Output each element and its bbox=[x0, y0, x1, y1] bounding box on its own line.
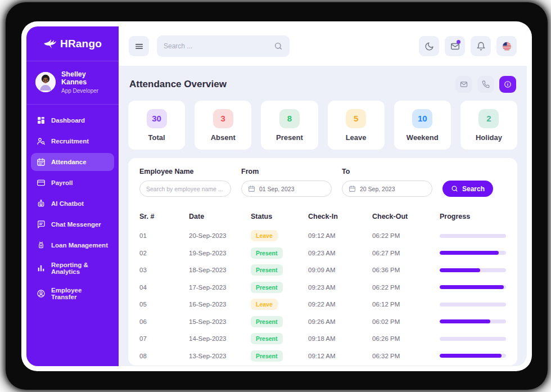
menu-icon bbox=[134, 42, 144, 51]
mail-icon bbox=[460, 80, 468, 88]
status-badge: Present bbox=[251, 333, 283, 344]
payroll-icon bbox=[37, 178, 46, 187]
column-header: Sr. # bbox=[139, 213, 189, 220]
from-date-value[interactable] bbox=[259, 186, 325, 192]
filter-search-button[interactable]: Search bbox=[442, 181, 493, 197]
info-icon bbox=[504, 80, 512, 88]
stat-value: 3 bbox=[213, 109, 233, 128]
status-badge: Present bbox=[251, 350, 283, 362]
stat-value: 2 bbox=[478, 109, 499, 128]
sidebar-item-employee-transfer[interactable]: Employee Transfer bbox=[31, 282, 114, 305]
dashboard-icon bbox=[37, 116, 46, 125]
column-header: Check-Out bbox=[372, 213, 440, 220]
status-badge: Leave bbox=[251, 230, 278, 241]
serial-number: 01 bbox=[139, 232, 189, 239]
table-row: 0219-Sep-2023Present09:23 AM06:27 PM bbox=[139, 245, 506, 262]
from-date-input[interactable] bbox=[241, 181, 332, 197]
progress-fill bbox=[440, 285, 504, 289]
progress-bar bbox=[440, 319, 506, 323]
stat-card-present: 8Present bbox=[261, 101, 318, 150]
column-header: Check-In bbox=[308, 213, 372, 220]
table-header-row: Sr. #DateStatusCheck-InCheck-OutProgress bbox=[139, 209, 506, 224]
serial-number: 07 bbox=[139, 335, 189, 342]
wing-icon bbox=[43, 38, 58, 49]
column-header: Progress bbox=[440, 213, 506, 220]
progress-bar bbox=[440, 354, 506, 358]
date-cell: 17-Sep-2023 bbox=[189, 284, 251, 291]
stat-card-absent: 3Absent bbox=[195, 101, 251, 150]
to-date-value[interactable] bbox=[360, 186, 426, 192]
sidebar-item-label: Attendance bbox=[51, 159, 87, 165]
messages-button[interactable] bbox=[445, 36, 465, 56]
sidebar-item-dashboard[interactable]: Dashboard bbox=[31, 111, 114, 129]
column-header: Date bbox=[189, 213, 251, 220]
stat-card-holiday: 2Holiday bbox=[460, 101, 517, 150]
us-flag-icon bbox=[502, 42, 512, 51]
from-date-field: From bbox=[241, 168, 332, 197]
progress-cell bbox=[440, 234, 506, 238]
attendance-table: Sr. #DateStatusCheck-InCheck-OutProgress… bbox=[139, 209, 506, 364]
search-icon bbox=[451, 185, 458, 192]
progress-cell bbox=[440, 337, 506, 341]
global-search bbox=[157, 35, 290, 57]
sidebar-item-label: Chat Messenger bbox=[51, 221, 101, 228]
progress-cell bbox=[440, 354, 506, 358]
date-cell: 13-Sep-2023 bbox=[189, 353, 251, 359]
progress-bar bbox=[440, 234, 506, 238]
avatar bbox=[35, 72, 56, 92]
topbar bbox=[119, 26, 527, 66]
user-profile[interactable]: Shelley Kannes App Developer bbox=[26, 61, 119, 105]
sidebar-item-attendance[interactable]: Attendance bbox=[31, 153, 114, 171]
user-name: Shelley Kannes bbox=[61, 70, 111, 86]
sidebar-nav: DashboardRecruitmentAttendancePayrollAI … bbox=[26, 105, 119, 312]
sidebar-item-chat-messenger[interactable]: Chat Messenger bbox=[31, 215, 114, 233]
call-action-button[interactable] bbox=[477, 76, 494, 93]
table-row: 0615-Sep-2023Present09:26 AM06:02 PM bbox=[139, 313, 506, 331]
screenshot-stage: HRango Shelley Kanne bbox=[0, 0, 551, 392]
status-badge: Present bbox=[251, 282, 283, 293]
info-button[interactable] bbox=[499, 76, 516, 93]
search-input[interactable] bbox=[164, 42, 269, 50]
status-badge: Present bbox=[251, 316, 283, 327]
table-row: 0813-Sep-2023Present09:12 AM06:32 PM bbox=[139, 348, 506, 365]
sidebar-item-ai-chatbot[interactable]: AI Chatbot bbox=[31, 195, 114, 213]
app-window: HRango Shelley Kanne bbox=[21, 21, 532, 371]
progress-cell bbox=[440, 319, 506, 323]
check-in-cell: 09:12 AM bbox=[308, 232, 372, 239]
stat-card-total: 30Total bbox=[128, 101, 185, 150]
table-row: 0120-Sep-2023Leave09:12 AM06:22 PM bbox=[139, 227, 506, 245]
status-cell: Present bbox=[251, 264, 308, 276]
notification-dot bbox=[457, 40, 460, 44]
date-cell: 15-Sep-2023 bbox=[189, 318, 251, 325]
stat-label: Total bbox=[148, 133, 165, 142]
stat-value: 8 bbox=[279, 109, 300, 128]
sidebar-item-label: Recruitment bbox=[51, 138, 89, 145]
language-button[interactable] bbox=[496, 36, 517, 56]
notifications-button[interactable] bbox=[471, 36, 491, 56]
check-in-cell: 09:23 AM bbox=[308, 284, 372, 291]
stat-value: 5 bbox=[346, 109, 366, 128]
progress-cell bbox=[440, 285, 506, 289]
sidebar-item-reporting-analytics[interactable]: Reporting & Analytics bbox=[31, 257, 114, 280]
dark-mode-button[interactable] bbox=[419, 36, 439, 56]
status-cell: Leave bbox=[251, 230, 308, 241]
sidebar-item-label: Reporting & Analytics bbox=[51, 262, 109, 275]
stat-label: Present bbox=[276, 133, 303, 142]
email-action-button[interactable] bbox=[455, 76, 472, 93]
sidebar-item-loan-management[interactable]: Loan Management bbox=[31, 236, 114, 254]
to-date-input[interactable] bbox=[342, 181, 432, 197]
check-out-cell: 06:22 PM bbox=[372, 232, 440, 239]
brand-logo[interactable]: HRango bbox=[26, 26, 119, 61]
table-row: 0714-Sep-2023Present09:18 AM06:26 PM bbox=[139, 330, 506, 348]
sidebar-item-payroll[interactable]: Payroll bbox=[31, 174, 114, 192]
sidebar-item-recruitment[interactable]: Recruitment bbox=[31, 132, 114, 150]
date-cell: 20-Sep-2023 bbox=[189, 232, 251, 239]
serial-number: 04 bbox=[139, 284, 189, 291]
chat-icon bbox=[37, 220, 46, 229]
menu-button[interactable] bbox=[129, 36, 149, 56]
to-date-label: To bbox=[342, 168, 432, 175]
progress-fill bbox=[440, 251, 499, 255]
status-badge: Present bbox=[251, 247, 283, 259]
table-body: 0120-Sep-2023Leave09:12 AM06:22 PM0219-S… bbox=[139, 227, 506, 364]
employee-name-input[interactable] bbox=[146, 186, 224, 192]
